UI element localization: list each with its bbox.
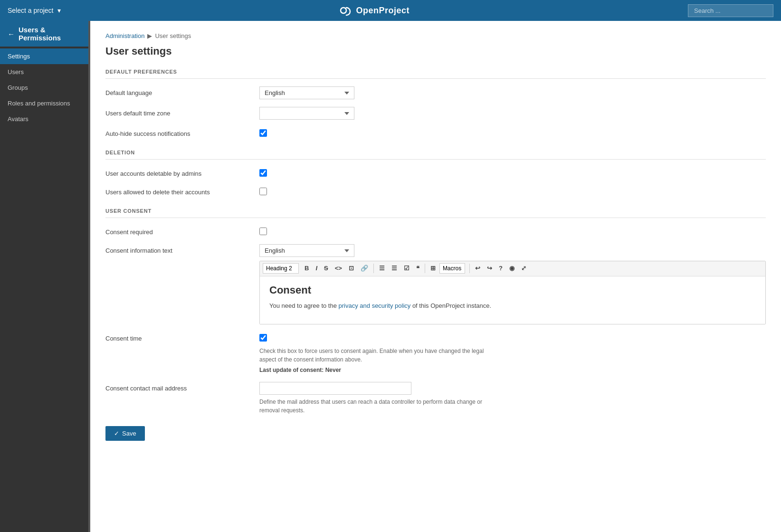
svg-point-0 [341, 8, 346, 13]
main-content: Administration ▶ User settings User sett… [90, 21, 781, 532]
default-language-select[interactable]: English German French [259, 86, 354, 99]
sidebar-navigation: Settings Users Groups Roles and permissi… [0, 47, 88, 127]
bold-button[interactable]: B [302, 263, 312, 274]
sidebar-header[interactable]: ← Users & Permissions [0, 21, 88, 47]
label-user-deletable: Users allowed to delete their accounts [105, 186, 248, 196]
sidebar-item-users[interactable]: Users [0, 64, 88, 80]
form-row-consent-info-text: Consent information text English German … [105, 244, 766, 324]
italic-button[interactable]: I [313, 263, 320, 274]
user-deletable-checkbox[interactable] [259, 188, 267, 195]
section-user-consent: USER CONSENT [105, 208, 766, 218]
inline-code-icon: <> [335, 265, 342, 272]
chevron-down-icon: ▾ [57, 7, 61, 14]
default-timezone-select[interactable]: UTC Europe/Berlin [259, 107, 354, 120]
table-icon: ⊞ [430, 265, 436, 272]
breadcrumb-root[interactable]: Administration [105, 32, 144, 39]
label-auto-hide: Auto-hide success notifications [105, 127, 248, 137]
page-title: User settings [105, 45, 766, 57]
code-block-button[interactable]: ⊡ [346, 263, 357, 274]
search-input[interactable] [688, 4, 773, 17]
label-default-language: Default language [105, 86, 248, 96]
sidebar-item-roles-permissions[interactable]: Roles and permissions [0, 95, 88, 111]
source-icon: ◉ [509, 265, 514, 272]
table-button[interactable]: ⊞ [428, 263, 438, 274]
redo-button[interactable]: ↪ [484, 263, 495, 274]
inline-code-button[interactable]: <> [332, 263, 345, 274]
project-label: Select a project [8, 7, 54, 14]
form-row-consent-contact: Consent contact mail address Define the … [105, 382, 766, 415]
top-navigation: Select a project ▾ OpenProject [0, 0, 781, 21]
italic-icon: I [315, 265, 317, 272]
breadcrumb: Administration ▶ User settings [105, 32, 766, 39]
bullet-list-button[interactable]: ☰ [376, 263, 388, 274]
label-default-timezone: Users default time zone [105, 107, 248, 117]
admin-deletable-wrap [259, 167, 766, 178]
undo-button[interactable]: ↩ [472, 263, 483, 274]
app-logo: OpenProject [339, 4, 410, 17]
auto-hide-checkbox[interactable] [259, 129, 267, 137]
form-row-auto-hide: Auto-hide success notifications [105, 127, 766, 138]
bold-icon: B [305, 265, 309, 272]
save-button[interactable]: ✓ Save [105, 426, 145, 441]
consent-required-checkbox[interactable] [259, 228, 267, 235]
toolbar-separator-3 [469, 264, 470, 273]
privacy-policy-link[interactable]: privacy and security policy [339, 302, 411, 309]
sidebar-item-groups[interactable]: Groups [0, 80, 88, 95]
consent-language-select[interactable]: English German [259, 244, 354, 257]
form-row-user-deletable: Users allowed to delete their accounts [105, 186, 766, 197]
consent-contact-help: Define the mail address that users can r… [259, 398, 487, 415]
help-button[interactable]: ? [496, 263, 505, 274]
editor-content-area[interactable]: Consent You need to agree to the privacy… [260, 276, 765, 324]
sidebar: ← Users & Permissions Settings Users Gro… [0, 21, 88, 532]
consent-time-checkbox[interactable] [259, 334, 267, 342]
editor-toolbar: Heading 2 Heading 1 Heading 3 Normal tex… [260, 261, 765, 276]
form-row-admin-deletable: User accounts deletable by admins [105, 167, 766, 178]
macros-select[interactable]: Macros [439, 263, 465, 274]
form-row-consent-time: Consent time Check this box to force use… [105, 332, 766, 374]
label-admin-deletable: User accounts deletable by admins [105, 167, 248, 177]
source-button[interactable]: ◉ [506, 263, 517, 274]
form-row-default-timezone: Users default time zone UTC Europe/Berli… [105, 107, 766, 120]
link-button[interactable]: 🔗 [358, 263, 371, 274]
label-consent-required: Consent required [105, 226, 248, 236]
admin-deletable-checkbox[interactable] [259, 169, 267, 177]
task-list-button[interactable]: ☑ [401, 263, 412, 274]
consent-contact-wrap: Define the mail address that users can r… [259, 382, 766, 415]
consent-time-help: Check this box to force users to consent… [259, 347, 487, 364]
form-row-consent-required: Consent required [105, 226, 766, 237]
consent-last-update: Last update of consent: Never [259, 366, 766, 374]
user-deletable-wrap [259, 186, 766, 197]
ordered-list-button[interactable]: ☰ [389, 263, 400, 274]
consent-contact-input[interactable] [259, 382, 411, 395]
heading-select[interactable]: Heading 2 Heading 1 Heading 3 Normal tex… [263, 263, 299, 274]
sidebar-item-avatars[interactable]: Avatars [0, 111, 88, 127]
blockquote-icon: ❝ [416, 265, 419, 272]
consent-time-wrap: Check this box to force users to consent… [259, 332, 766, 374]
default-language-wrap: English German French [259, 86, 766, 99]
redo-icon: ↪ [487, 265, 492, 272]
toolbar-separator-1 [373, 264, 374, 273]
undo-icon: ↩ [475, 265, 480, 272]
blockquote-button[interactable]: ❝ [413, 263, 422, 274]
project-selector[interactable]: Select a project ▾ [8, 7, 61, 14]
sidebar-resize-handle[interactable] [88, 21, 90, 532]
consent-info-wrap: English German Heading 2 Heading 1 Headi… [259, 244, 766, 324]
ordered-list-icon: ☰ [391, 265, 397, 272]
strikethrough-icon: S [324, 265, 328, 272]
label-consent-contact: Consent contact mail address [105, 382, 248, 392]
breadcrumb-separator: ▶ [147, 32, 152, 39]
help-icon: ? [499, 265, 503, 272]
label-consent-info-text: Consent information text [105, 244, 248, 254]
fullscreen-button[interactable]: ⤢ [518, 263, 529, 274]
code-block-icon: ⊡ [349, 265, 354, 272]
save-icon: ✓ [114, 430, 119, 437]
logo-text: OpenProject [356, 6, 410, 16]
task-list-icon: ☑ [404, 265, 410, 272]
label-consent-time: Consent time [105, 332, 248, 342]
strikethrough-button[interactable]: S [321, 263, 331, 274]
sidebar-item-settings[interactable]: Settings [0, 48, 88, 64]
main-layout: ← Users & Permissions Settings Users Gro… [0, 21, 781, 532]
consent-heading: Consent [269, 284, 756, 296]
bullet-list-icon: ☰ [379, 265, 385, 272]
toolbar-separator-2 [425, 264, 425, 273]
